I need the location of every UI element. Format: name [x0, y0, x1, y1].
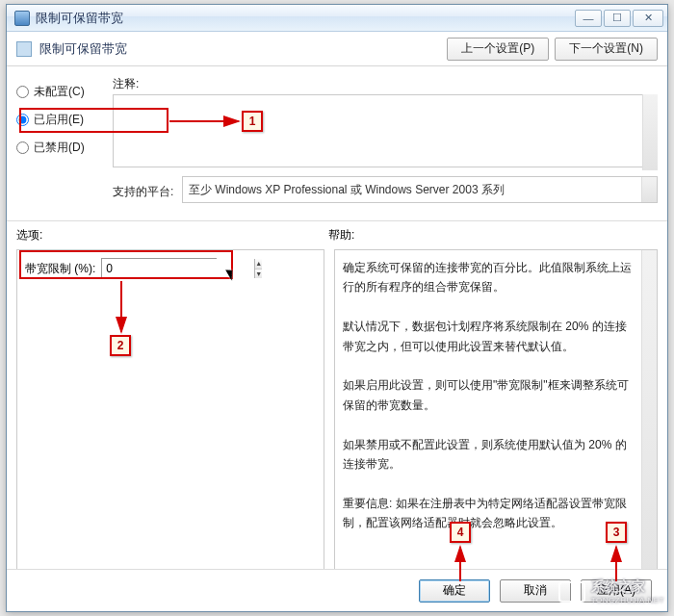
- state-radio-group: 未配置(C) 已启用(E) 已禁用(D): [16, 74, 113, 203]
- platform-label: 支持的平台:: [113, 179, 182, 200]
- help-text: 默认情况下，数据包计划程序将系统限制在 20% 的连接带宽之内，但可以使用此设置…: [343, 317, 635, 356]
- annotation-callout-2: 2: [110, 335, 131, 356]
- button-bar: 确定 取消 应用(A): [7, 569, 667, 611]
- radio-disabled-input[interactable]: [16, 141, 29, 154]
- options-section-label: 选项:: [16, 227, 328, 244]
- platform-value: 至少 Windows XP Professional 或 Windows Ser…: [182, 176, 658, 203]
- next-setting-button[interactable]: 下一个设置(N): [555, 38, 658, 61]
- help-panel: 确定系统可保留的连接带宽的百分比。此值限制系统上运行的所有程序的组合带宽保留。 …: [334, 249, 658, 596]
- previous-setting-button[interactable]: 上一个设置(P): [447, 38, 549, 61]
- window-title: 限制可保留带宽: [36, 10, 573, 27]
- scrollbar[interactable]: [642, 94, 658, 170]
- comments-label: 注释:: [113, 76, 139, 92]
- spinner-up-button[interactable]: ▲: [255, 259, 262, 270]
- minimize-button[interactable]: —: [575, 10, 602, 27]
- close-button[interactable]: ✕: [633, 10, 663, 27]
- annotation-callout-1: 1: [242, 111, 263, 132]
- radio-not-configured-input[interactable]: [16, 86, 29, 98]
- help-text: 确定系统可保留的连接带宽的百分比。此值限制系统上运行的所有程序的组合带宽保留。: [343, 258, 635, 297]
- cancel-button[interactable]: 取消: [500, 579, 571, 603]
- window-icon: [14, 11, 30, 26]
- header-strip: 限制可保留带宽 上一个设置(P) 下一个设置(N): [7, 32, 667, 66]
- scrollbar[interactable]: [641, 250, 657, 595]
- options-panel: 带宽限制 (%): ▲ ▼: [16, 249, 324, 596]
- radio-enabled[interactable]: 已启用(E): [16, 112, 113, 128]
- policy-title: 限制可保留带宽: [39, 40, 441, 58]
- bandwidth-limit-label: 带宽限制 (%):: [25, 261, 95, 277]
- ok-button[interactable]: 确定: [419, 579, 490, 603]
- bandwidth-limit-spinner[interactable]: ▲ ▼: [101, 258, 217, 279]
- help-text: 如果禁用或不配置此设置，则系统使用默认值为 20% 的连接带宽。: [343, 435, 635, 475]
- radio-enabled-input[interactable]: [16, 114, 29, 126]
- dialog-body: 未配置(C) 已启用(E) 已禁用(D) 注释: 支持的平台:: [7, 66, 667, 605]
- divider: [7, 220, 667, 221]
- help-section-label: 帮助:: [328, 227, 658, 244]
- dialog-window: 限制可保留带宽 — ☐ ✕ 限制可保留带宽 上一个设置(P) 下一个设置(N) …: [6, 4, 668, 612]
- radio-disabled[interactable]: 已禁用(D): [16, 140, 113, 156]
- spinner-down-button[interactable]: ▼: [255, 270, 262, 279]
- maximize-button[interactable]: ☐: [604, 10, 631, 27]
- scrollbar[interactable]: [641, 177, 657, 202]
- annotation-callout-4: 4: [450, 522, 471, 543]
- titlebar: 限制可保留带宽 — ☐ ✕: [7, 5, 667, 32]
- comments-textarea[interactable]: [113, 94, 658, 167]
- help-text: 如果启用此设置，则可以使用"带宽限制"框来调整系统可保留的带宽数量。: [343, 375, 635, 415]
- policy-icon: [16, 41, 32, 57]
- help-text: 重要信息: 如果在注册表中为特定网络适配器设置带宽限制，配置该网络适配器时就会忽…: [343, 494, 635, 533]
- apply-button[interactable]: 应用(A): [581, 579, 652, 603]
- radio-not-configured[interactable]: 未配置(C): [16, 84, 113, 100]
- annotation-callout-3: 3: [606, 522, 627, 543]
